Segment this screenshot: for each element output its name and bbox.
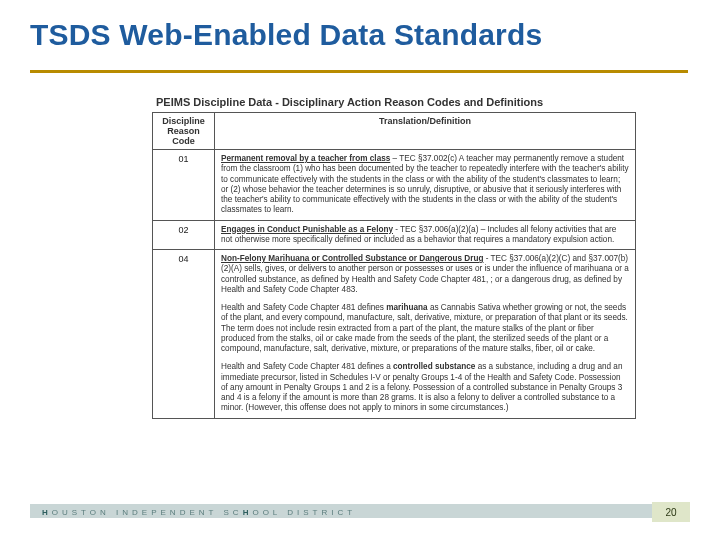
codes-table: Discipline Reason Code Translation/Defin… bbox=[152, 112, 636, 419]
footer: HOUSTON INDEPENDENT SCHOOL DISTRICT bbox=[0, 500, 720, 518]
col-header-code: Discipline Reason Code bbox=[153, 113, 215, 150]
table-row: 04 Non-Felony Marihuana or Controlled Su… bbox=[153, 250, 636, 419]
definition-paragraph: Health and Safety Code Chapter 481 defin… bbox=[221, 303, 629, 354]
document-panel: PEIMS Discipline Data - Disciplinary Act… bbox=[152, 96, 636, 419]
bold-term: marihuana bbox=[386, 303, 427, 312]
definition-paragraph: Health and Safety Code Chapter 481 defin… bbox=[221, 362, 629, 413]
text: Health and Safety Code Chapter 481 defin… bbox=[221, 303, 386, 312]
definition-lead: Permanent removal by a teacher from clas… bbox=[221, 154, 390, 163]
definition-cell: Engages in Conduct Punishable as a Felon… bbox=[215, 220, 636, 250]
code-cell: 04 bbox=[153, 250, 215, 419]
bold-term: controlled substance bbox=[393, 362, 475, 371]
col-header-definition: Translation/Definition bbox=[215, 113, 636, 150]
definition-cell: Permanent removal by a teacher from clas… bbox=[215, 150, 636, 221]
definition-lead: Engages in Conduct Punishable as a Felon… bbox=[221, 225, 393, 234]
panel-title: PEIMS Discipline Data - Disciplinary Act… bbox=[156, 96, 636, 108]
definition-cell: Non-Felony Marihuana or Controlled Subst… bbox=[215, 250, 636, 419]
code-cell: 02 bbox=[153, 220, 215, 250]
table-row: 01 Permanent removal by a teacher from c… bbox=[153, 150, 636, 221]
page-title: TSDS Web-Enabled Data Standards bbox=[30, 18, 542, 52]
title-divider bbox=[30, 70, 688, 73]
slide: TSDS Web-Enabled Data Standards PEIMS Di… bbox=[0, 0, 720, 540]
table-row: 02 Engages in Conduct Punishable as a Fe… bbox=[153, 220, 636, 250]
footer-brand: HOUSTON INDEPENDENT SCHOOL DISTRICT bbox=[42, 508, 356, 517]
definition-body: – TEC §37.002(c) A teacher may permanent… bbox=[221, 154, 629, 214]
definition-lead: Non-Felony Marihuana or Controlled Subst… bbox=[221, 254, 483, 263]
page-number-badge: 20 bbox=[652, 502, 690, 522]
code-cell: 01 bbox=[153, 150, 215, 221]
text: Health and Safety Code Chapter 481 defin… bbox=[221, 362, 393, 371]
